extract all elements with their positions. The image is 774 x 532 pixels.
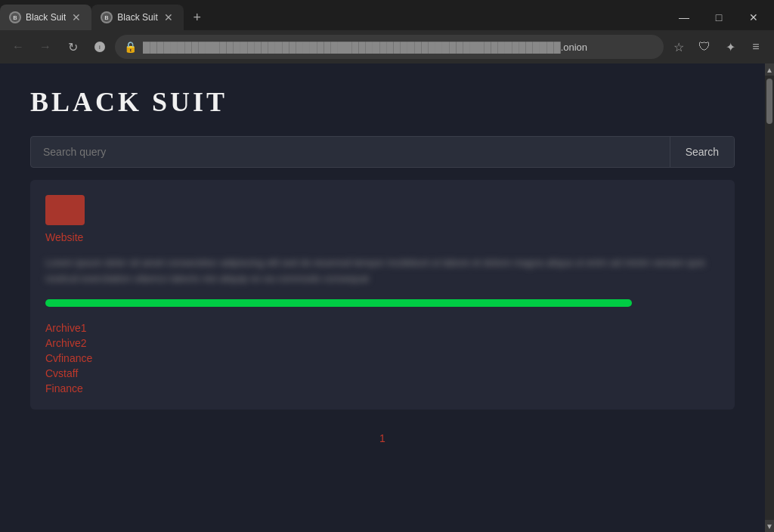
tab-bar: B Black Suit ✕ B Black Suit ✕ + — □ ✕ bbox=[0, 0, 774, 30]
tab-1-favicon: B bbox=[9, 11, 21, 23]
archive-link-5[interactable]: Finance bbox=[45, 382, 720, 394]
window-controls: — □ ✕ bbox=[667, 2, 774, 32]
search-container: Search bbox=[30, 136, 735, 168]
scroll-up-button[interactable]: ▲ bbox=[765, 63, 774, 76]
home-button[interactable]: i bbox=[88, 35, 112, 59]
tab-2-favicon: B bbox=[101, 11, 113, 23]
main-content: BLACK SUIT Search Website Lorem ipsum do… bbox=[0, 63, 765, 532]
scroll-track[interactable] bbox=[765, 76, 774, 520]
tab-1-close[interactable]: ✕ bbox=[70, 10, 82, 25]
menu-button[interactable]: ≡ bbox=[744, 35, 768, 59]
tab-2-label: Black Suit bbox=[117, 12, 157, 23]
shield-button[interactable]: 🛡 bbox=[692, 35, 717, 59]
archive-link-3[interactable]: Cvfinance bbox=[45, 352, 720, 364]
description-text: Lorem ipsum dolor sit amet consectetur a… bbox=[45, 255, 720, 287]
bookmark-button[interactable]: ☆ bbox=[667, 35, 691, 59]
archive-link-1[interactable]: Archive1 bbox=[45, 322, 720, 334]
search-input[interactable] bbox=[31, 137, 670, 167]
back-button[interactable]: ← bbox=[6, 35, 30, 59]
archive-link-2[interactable]: Archive2 bbox=[45, 337, 720, 349]
minimize-button[interactable]: — bbox=[667, 2, 701, 32]
scroll-down-button[interactable]: ▼ bbox=[765, 520, 774, 532]
nav-actions: ☆ 🛡 ✦ ≡ bbox=[667, 35, 768, 59]
address-url: ████████████████████████████████████████… bbox=[143, 42, 655, 53]
lock-icon: 🔒 bbox=[124, 41, 137, 53]
forward-button[interactable]: → bbox=[33, 35, 57, 59]
company-logo bbox=[45, 195, 85, 225]
svg-text:B: B bbox=[13, 14, 17, 21]
page-title: BLACK SUIT bbox=[30, 86, 735, 118]
tab-1-label: Black Suit bbox=[26, 12, 66, 23]
refresh-button[interactable]: ↻ bbox=[60, 35, 85, 59]
current-page[interactable]: 1 bbox=[379, 432, 385, 444]
scrollbar: ▲ ▼ bbox=[765, 63, 774, 532]
svg-text:i: i bbox=[99, 44, 101, 51]
progress-bar bbox=[45, 299, 632, 307]
svg-text:B: B bbox=[105, 14, 109, 21]
new-tab-button[interactable]: + bbox=[187, 7, 208, 28]
tab-2-close[interactable]: ✕ bbox=[163, 10, 175, 25]
result-card: Website Lorem ipsum dolor sit amet conse… bbox=[30, 180, 735, 410]
pagination: 1 bbox=[30, 432, 735, 444]
tab-1[interactable]: B Black Suit ✕ bbox=[0, 5, 91, 30]
browser-chrome: B Black Suit ✕ B Black Suit ✕ + — □ ✕ bbox=[0, 0, 774, 63]
archive-links: Archive1 Archive2 Cvfinance Cvstaff Fina… bbox=[45, 322, 720, 394]
tab-2[interactable]: B Black Suit ✕ bbox=[91, 5, 183, 30]
website-label[interactable]: Website bbox=[45, 231, 720, 243]
scroll-thumb[interactable] bbox=[766, 79, 772, 124]
nav-bar: ← → ↻ i 🔒 ██████████████████████████████… bbox=[0, 30, 774, 63]
search-button[interactable]: Search bbox=[670, 137, 734, 167]
extensions-button[interactable]: ✦ bbox=[718, 35, 742, 59]
close-button[interactable]: ✕ bbox=[736, 2, 771, 32]
maximize-button[interactable]: □ bbox=[701, 2, 736, 32]
address-bar[interactable]: 🔒 ██████████████████████████████████████… bbox=[115, 35, 664, 59]
archive-link-4[interactable]: Cvstaff bbox=[45, 367, 720, 379]
address-url-hidden: ████████████████████████████████████████… bbox=[143, 42, 561, 53]
progress-container bbox=[45, 299, 720, 307]
page-content: BLACK SUIT Search Website Lorem ipsum do… bbox=[0, 63, 774, 532]
